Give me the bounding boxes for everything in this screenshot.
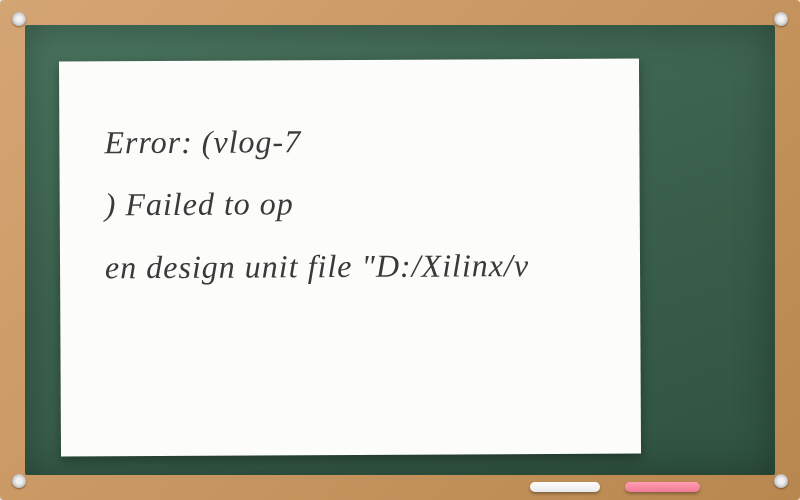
error-line-2: ) Failed to op bbox=[105, 186, 294, 223]
screw-bottom-left bbox=[12, 474, 26, 488]
error-line-3: en design unit file "D:/Xilinx/v bbox=[105, 247, 529, 285]
chalkboard-frame: Error: (vlog-7 ) Failed to op en design … bbox=[0, 0, 800, 500]
chalk-pink bbox=[625, 482, 700, 492]
screw-top-left bbox=[12, 12, 26, 26]
screw-bottom-right bbox=[774, 474, 788, 488]
paper-note: Error: (vlog-7 ) Failed to op en design … bbox=[59, 58, 641, 456]
screw-top-right bbox=[774, 12, 788, 26]
chalk-white bbox=[530, 482, 600, 492]
error-message-text: Error: (vlog-7 ) Failed to op en design … bbox=[104, 109, 595, 299]
error-line-1: Error: (vlog-7 bbox=[104, 123, 301, 160]
